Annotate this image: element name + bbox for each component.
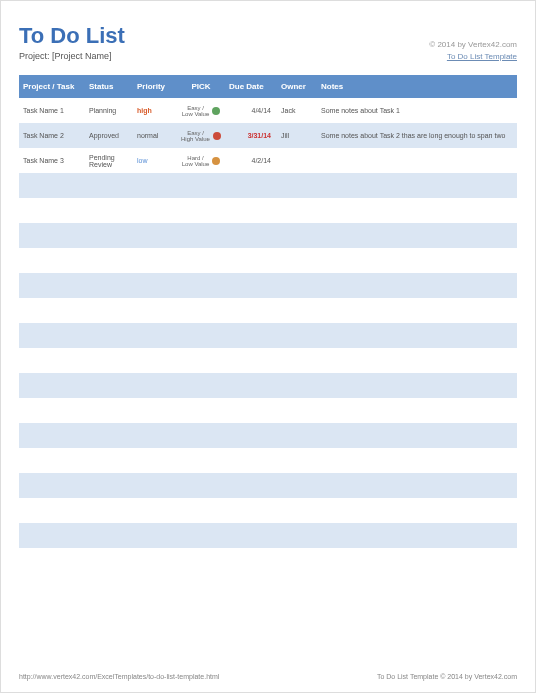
status-dot-icon (213, 132, 221, 140)
col-header-task: Project / Task (19, 75, 85, 98)
cell-task: Task Name 1 (19, 98, 85, 123)
copyright-text: © 2014 by Vertex42.com (429, 40, 517, 49)
project-label: Project: [Project Name] (19, 51, 112, 61)
cell-status: Pending Review (85, 148, 133, 173)
cell-task: Task Name 2 (19, 123, 85, 148)
table-row-empty (19, 423, 517, 448)
col-header-notes: Notes (317, 75, 517, 98)
cell-due: 4/2/14 (225, 148, 277, 173)
status-dot-icon (212, 157, 220, 165)
table-row-empty (19, 548, 517, 573)
cell-owner: Jack (277, 98, 317, 123)
table-row-empty (19, 373, 517, 398)
col-header-priority: Priority (133, 75, 177, 98)
table-row: Task Name 3Pending ReviewlowHard /Low Va… (19, 148, 517, 173)
cell-priority: low (133, 148, 177, 173)
table-row-empty (19, 323, 517, 348)
status-dot-icon (212, 107, 220, 115)
cell-due: 3/31/14 (225, 123, 277, 148)
cell-due: 4/4/14 (225, 98, 277, 123)
table-row-empty (19, 173, 517, 198)
cell-status: Planning (85, 98, 133, 123)
table-row-empty (19, 248, 517, 273)
cell-pick: Easy /High Value (177, 123, 225, 148)
table-row-empty (19, 223, 517, 248)
cell-notes: Some notes about Task 1 (317, 98, 517, 123)
cell-notes (317, 148, 517, 173)
table-row-empty (19, 348, 517, 373)
table-row-empty (19, 498, 517, 523)
cell-owner: Jill (277, 123, 317, 148)
page-title: To Do List (19, 23, 125, 49)
col-header-due: Due Date (225, 75, 277, 98)
table-row-empty (19, 473, 517, 498)
table-row-empty (19, 298, 517, 323)
cell-notes: Some notes about Task 2 thas are long en… (317, 123, 517, 148)
table-row: Task Name 1PlanninghighEasy /Low Value4/… (19, 98, 517, 123)
cell-pick: Hard /Low Value (177, 148, 225, 173)
table-row-empty (19, 273, 517, 298)
footer-url[interactable]: http://www.vertex42.com/ExcelTemplates/t… (19, 673, 219, 680)
cell-owner (277, 148, 317, 173)
todo-table: Project / Task Status Priority PICK Due … (19, 75, 517, 573)
cell-task: Task Name 3 (19, 148, 85, 173)
table-row: Task Name 2ApprovednormalEasy /High Valu… (19, 123, 517, 148)
col-header-status: Status (85, 75, 133, 98)
cell-priority: normal (133, 123, 177, 148)
template-link[interactable]: To Do List Template (447, 52, 517, 61)
table-row-empty (19, 398, 517, 423)
footer-attribution: To Do List Template © 2014 by Vertex42.c… (377, 673, 517, 680)
cell-priority: high (133, 98, 177, 123)
table-row-empty (19, 523, 517, 548)
cell-status: Approved (85, 123, 133, 148)
col-header-pick: PICK (177, 75, 225, 98)
table-row-empty (19, 198, 517, 223)
col-header-owner: Owner (277, 75, 317, 98)
table-header-row: Project / Task Status Priority PICK Due … (19, 75, 517, 98)
table-row-empty (19, 448, 517, 473)
cell-pick: Easy /Low Value (177, 98, 225, 123)
